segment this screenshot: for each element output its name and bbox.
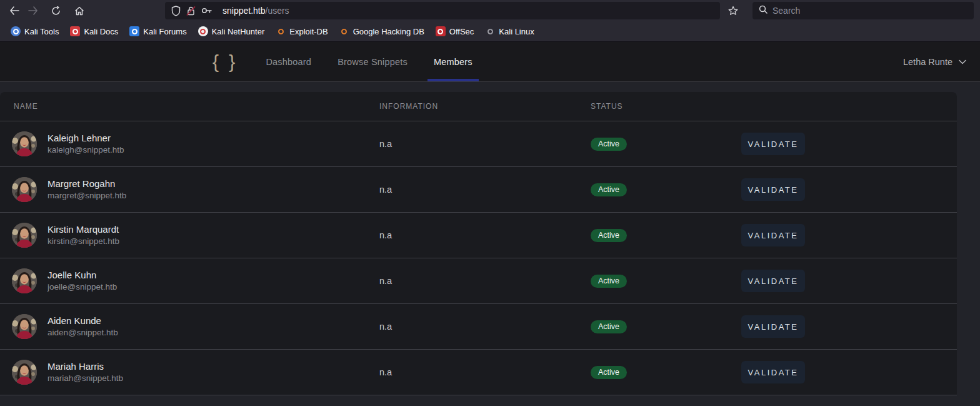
status-badge: Active (591, 366, 627, 379)
table-header-row: Name Information Status (0, 92, 957, 121)
back-icon (9, 6, 19, 15)
status-cell: Active (591, 320, 741, 333)
column-header-information: Information (379, 102, 591, 111)
nav-browse-snippets[interactable]: Browse Snippets (338, 42, 408, 81)
bookmark-item[interactable]: OffSec (431, 24, 479, 38)
table-row: Kaleigh Lehner kaleigh@snippet.htb n.a A… (0, 121, 957, 167)
member-text: Margret Rogahn margret@snippet.htb (48, 178, 126, 201)
table-row: Mariah Harris mariah@snippet.htb n.a Act… (0, 350, 957, 395)
status-cell: Active (591, 138, 741, 151)
bookmark-label: Google Hacking DB (353, 27, 424, 36)
member-name: Margret Rogahn (48, 178, 126, 190)
validate-button[interactable]: VALIDATE (741, 270, 805, 292)
validate-button[interactable]: VALIDATE (741, 178, 805, 201)
bookmark-item[interactable]: Kali NetHunter (194, 24, 269, 38)
shield-icon[interactable] (171, 6, 181, 16)
bookmark-item[interactable]: Kali Tools (6, 24, 63, 38)
bookmark-item[interactable]: Kali Docs (66, 24, 122, 38)
forward-button[interactable] (24, 2, 42, 19)
status-badge: Active (591, 275, 627, 288)
validate-button[interactable]: VALIDATE (741, 133, 805, 155)
insecure-lock-icon[interactable] (186, 6, 196, 16)
action-cell: VALIDATE (741, 270, 957, 292)
url-text: snippet.htb/users (222, 6, 289, 16)
status-badge: Active (591, 183, 627, 196)
status-cell: Active (591, 183, 741, 196)
status-cell: Active (591, 366, 741, 379)
search-bar[interactable]: Search (752, 2, 974, 19)
member-text: Kaleigh Lehner kaleigh@snippet.htb (48, 132, 124, 156)
bookmark-label: Kali Docs (84, 27, 118, 36)
star-icon (728, 6, 738, 16)
avatar (12, 177, 37, 202)
url-host: snippet.htb (222, 6, 266, 16)
member-name: Kaleigh Lehner (48, 132, 124, 145)
table-row: Kirstin Marquardt kirstin@snippet.htb n.… (0, 213, 957, 258)
table-row: Joelle Kuhn joelle@snippet.htb n.a Activ… (0, 258, 957, 304)
user-menu[interactable]: Letha Runte (903, 57, 966, 67)
member-name: Kirstin Marquardt (48, 223, 119, 236)
app-logo[interactable]: { } (212, 53, 238, 71)
action-cell: VALIDATE (741, 133, 957, 155)
avatar (12, 268, 37, 293)
member-cell: Mariah Harris mariah@snippet.htb (0, 360, 379, 385)
information-cell: n.a (379, 276, 591, 286)
reload-button[interactable] (46, 2, 65, 19)
member-cell: Aiden Kunde aiden@snippet.htb (0, 314, 379, 339)
member-cell: Joelle Kuhn joelle@snippet.htb (0, 268, 379, 293)
bookmark-favicon-icon (129, 26, 139, 36)
table-body: Kaleigh Lehner kaleigh@snippet.htb n.a A… (0, 121, 957, 395)
member-name: Joelle Kuhn (48, 269, 117, 282)
bookmark-item[interactable]: Google Hacking DB (335, 24, 429, 38)
url-bar[interactable]: snippet.htb/users (165, 2, 720, 19)
column-header-status: Status (591, 102, 741, 111)
main-nav: Dashboard Browse Snippets Members (266, 42, 472, 81)
information-cell: n.a (379, 322, 591, 332)
nav-dashboard[interactable]: Dashboard (266, 42, 311, 81)
bookmark-favicon-icon (70, 26, 80, 36)
validate-button[interactable]: VALIDATE (741, 315, 805, 338)
validate-button[interactable]: VALIDATE (741, 224, 805, 246)
member-text: Mariah Harris mariah@snippet.htb (48, 360, 123, 384)
table-row: Margret Rogahn margret@snippet.htb n.a A… (0, 167, 957, 213)
member-cell: Kaleigh Lehner kaleigh@snippet.htb (0, 131, 379, 156)
bookmark-item[interactable]: Kali Forums (125, 24, 191, 38)
status-badge: Active (591, 229, 627, 242)
member-text: Aiden Kunde aiden@snippet.htb (48, 315, 118, 338)
url-path: /users (266, 6, 289, 16)
home-icon (74, 6, 84, 16)
bookmark-favicon-icon (276, 26, 286, 36)
nav-members[interactable]: Members (434, 42, 472, 81)
home-button[interactable] (70, 2, 89, 19)
bookmark-star-button[interactable] (724, 2, 742, 19)
member-text: Kirstin Marquardt kirstin@snippet.htb (48, 223, 119, 247)
member-name: Aiden Kunde (48, 315, 118, 327)
avatar (12, 314, 37, 339)
chevron-down-icon (959, 59, 966, 64)
member-cell: Kirstin Marquardt kirstin@snippet.htb (0, 223, 379, 248)
information-cell: n.a (379, 230, 591, 240)
information-cell: n.a (379, 139, 591, 149)
member-text: Joelle Kuhn joelle@snippet.htb (48, 269, 117, 293)
bookmark-item[interactable]: Kali Linux (481, 24, 538, 38)
status-badge: Active (591, 138, 627, 151)
avatar (12, 131, 37, 156)
bookmark-label: Kali Linux (499, 27, 534, 36)
action-cell: VALIDATE (741, 224, 957, 246)
key-icon[interactable] (201, 7, 212, 14)
user-menu-label: Letha Runte (903, 57, 952, 67)
action-cell: VALIDATE (741, 315, 957, 338)
back-button[interactable] (5, 2, 24, 19)
bookmark-favicon-icon (485, 26, 495, 36)
forward-icon (28, 6, 38, 15)
bookmarks-bar: Kali Tools Kali Docs Kali Forums Kali Ne… (0, 21, 980, 42)
member-email: aiden@snippet.htb (48, 327, 118, 338)
status-cell: Active (591, 275, 741, 288)
validate-button[interactable]: VALIDATE (741, 361, 805, 383)
avatar (12, 223, 37, 248)
avatar (12, 360, 37, 385)
bookmark-favicon-icon (436, 26, 446, 36)
bookmark-item[interactable]: Exploit-DB (271, 24, 332, 38)
bookmark-favicon-icon (198, 26, 208, 36)
column-header-name: Name (0, 102, 379, 111)
